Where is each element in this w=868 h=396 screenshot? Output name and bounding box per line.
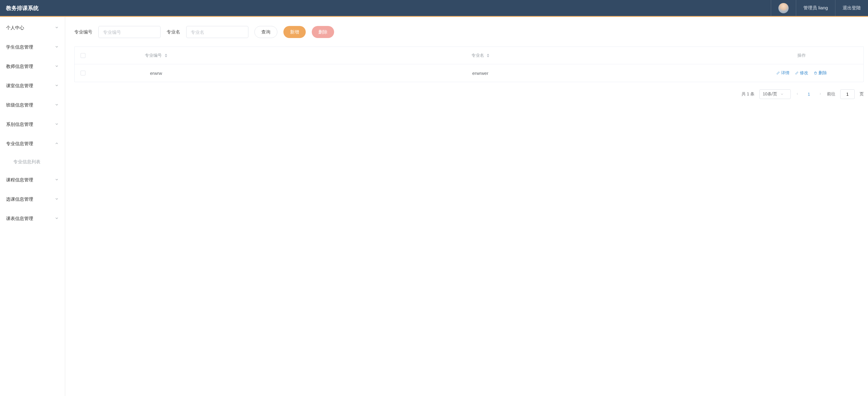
add-button[interactable]: 新增 [283, 26, 306, 38]
sidebar-item-enrollment-info[interactable]: 选课信息管理 [0, 189, 65, 209]
sidebar: 个人中心 学生信息管理 教师信息管理 课室信息管理 班级信息管理 [0, 17, 65, 396]
edit-icon [776, 71, 780, 75]
filter-bar: 专业编号 专业名 查询 新增 删除 [74, 26, 864, 38]
row-checkbox[interactable] [81, 71, 85, 75]
sidebar-item-label: 课室信息管理 [6, 83, 33, 89]
sidebar-item-class-info[interactable]: 班级信息管理 [0, 95, 65, 115]
table-row: erwrw erwrwer 详情 修改 [74, 64, 864, 82]
cell-code: erwrw [91, 71, 221, 76]
column-header-name[interactable]: 专业名 [221, 53, 740, 58]
chevron-down-icon [55, 45, 59, 50]
sidebar-item-classroom-info[interactable]: 课室信息管理 [0, 76, 65, 95]
total-text: 共 1 条 [742, 91, 755, 97]
main-content: 专业编号 专业名 查询 新增 删除 专业编号 专业名 [65, 17, 868, 396]
pagination: 共 1 条 10条/页 1 前往 页 [74, 89, 864, 99]
prev-page-button[interactable] [796, 92, 799, 97]
sidebar-item-course-info[interactable]: 课程信息管理 [0, 170, 65, 189]
sidebar-item-label: 课程信息管理 [6, 177, 33, 183]
page-size-select[interactable]: 10条/页 [760, 89, 791, 99]
cell-ops: 详情 修改 删除 [740, 70, 864, 76]
chevron-down-icon [55, 216, 59, 221]
sidebar-item-label: 教师信息管理 [6, 64, 33, 69]
goto-suffix: 页 [860, 91, 864, 97]
page-number[interactable]: 1 [808, 92, 810, 97]
sidebar-item-label: 班级信息管理 [6, 102, 33, 108]
logout-button[interactable]: 退出登陆 [835, 0, 868, 16]
chevron-down-icon [55, 83, 59, 88]
chevron-down-icon [55, 25, 59, 30]
page-navigation: 1 [796, 92, 822, 97]
filter-input-name[interactable] [186, 26, 248, 38]
row-checkbox-cell [74, 71, 91, 75]
select-all-checkbox[interactable] [81, 53, 85, 58]
trash-icon [814, 71, 817, 75]
action-detail[interactable]: 详情 [776, 70, 789, 76]
goto-label: 前往 [827, 91, 835, 97]
page-size-label: 10条/页 [763, 91, 777, 97]
sort-icon [165, 54, 167, 57]
app-title: 教务排课系统 [0, 4, 45, 12]
sidebar-item-teacher-info[interactable]: 教师信息管理 [0, 57, 65, 76]
app-header: 教务排课系统 管理员 liang 退出登陆 [0, 0, 868, 16]
filter-input-code[interactable] [98, 26, 161, 38]
chevron-up-icon [55, 141, 59, 146]
delete-button[interactable]: 删除 [312, 26, 334, 38]
user-label: 管理员 liang [796, 0, 835, 16]
next-page-button[interactable] [818, 92, 822, 97]
goto-page-input[interactable] [840, 89, 855, 99]
edit-icon [795, 71, 799, 75]
chevron-down-icon [55, 178, 59, 183]
sort-icon [487, 54, 489, 57]
chevron-down-icon [55, 64, 59, 69]
header-checkbox-cell [74, 53, 91, 58]
action-edit[interactable]: 修改 [795, 70, 808, 76]
chevron-right-icon [818, 92, 822, 96]
search-button[interactable]: 查询 [254, 26, 277, 38]
sidebar-item-department-info[interactable]: 系别信息管理 [0, 115, 65, 134]
table-header-row: 专业编号 专业名 操作 [74, 47, 864, 64]
sidebar-item-label: 选课信息管理 [6, 196, 33, 202]
avatar-container [771, 3, 796, 13]
chevron-down-icon [780, 92, 784, 96]
action-edit-label: 修改 [800, 70, 808, 76]
data-table: 专业编号 专业名 操作 erwrw erwrwer [74, 47, 864, 82]
sidebar-item-major-info[interactable]: 专业信息管理 [0, 134, 65, 153]
sidebar-item-label: 个人中心 [6, 25, 24, 31]
action-delete-label: 删除 [818, 70, 827, 76]
chevron-left-icon [796, 92, 799, 96]
sidebar-item-student-info[interactable]: 学生信息管理 [0, 37, 65, 57]
cell-name: erwrwer [221, 71, 740, 76]
chevron-down-icon [55, 197, 59, 202]
sidebar-item-personal-center[interactable]: 个人中心 [0, 18, 65, 37]
user-avatar[interactable] [778, 3, 788, 13]
action-delete[interactable]: 删除 [814, 70, 827, 76]
sidebar-item-timetable-info[interactable]: 课表信息管理 [0, 209, 65, 228]
sidebar-subitem-major-list[interactable]: 专业信息列表 [0, 153, 65, 170]
chevron-down-icon [55, 122, 59, 127]
column-header-label: 专业编号 [145, 53, 162, 58]
sidebar-item-label: 专业信息管理 [6, 141, 33, 147]
chevron-down-icon [55, 102, 59, 108]
filter-label-code: 专业编号 [74, 29, 92, 35]
sidebar-item-label: 学生信息管理 [6, 44, 33, 50]
sidebar-item-label: 系别信息管理 [6, 122, 33, 127]
action-detail-label: 详情 [781, 70, 789, 76]
filter-label-name: 专业名 [166, 29, 180, 35]
column-header-ops: 操作 [740, 53, 864, 58]
column-header-label: 专业名 [471, 53, 484, 58]
column-header-code[interactable]: 专业编号 [91, 53, 221, 58]
sidebar-item-label: 课表信息管理 [6, 216, 33, 221]
